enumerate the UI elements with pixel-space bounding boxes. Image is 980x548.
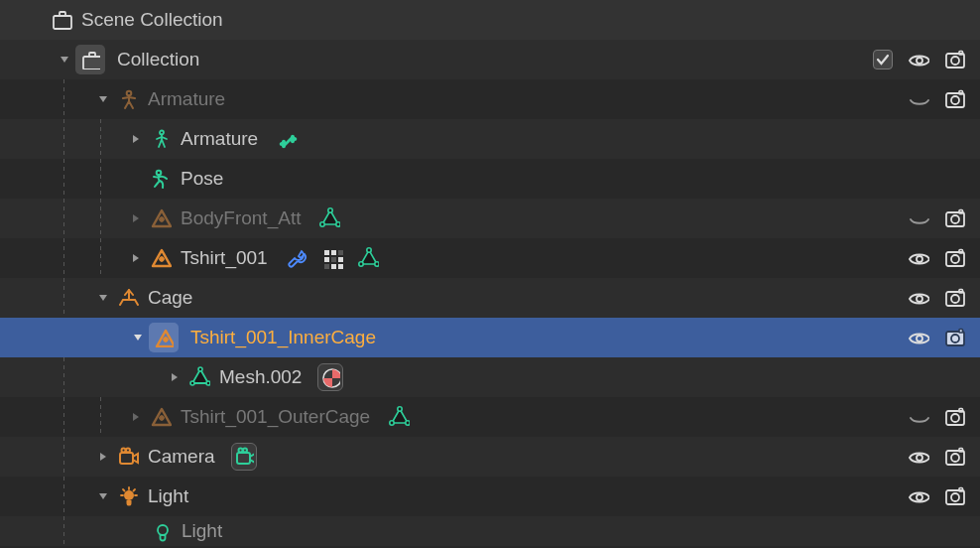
bone-icon xyxy=(274,128,300,150)
armature-data-label: Armature xyxy=(175,128,268,150)
mesh-icon xyxy=(147,207,175,229)
particle-system-icon[interactable] xyxy=(319,247,345,269)
expand-toggle[interactable] xyxy=(92,451,114,463)
empty-icon xyxy=(114,287,142,309)
mesh-data-row[interactable]: Mesh.002 xyxy=(0,357,980,397)
outer-cage-row[interactable]: Tshirt_001_OuterCage xyxy=(0,397,980,437)
svg-point-33 xyxy=(164,338,168,342)
cage-row[interactable]: Cage xyxy=(0,278,980,318)
hide-viewport-icon[interactable] xyxy=(907,327,930,348)
collection-icon xyxy=(48,9,75,31)
scene-collection-label: Scene Collection xyxy=(75,9,233,31)
expand-toggle[interactable] xyxy=(54,54,75,66)
expand-toggle[interactable] xyxy=(125,411,147,423)
disable-render-icon[interactable] xyxy=(942,247,966,269)
disable-render-icon[interactable] xyxy=(942,327,966,348)
expand-toggle[interactable] xyxy=(92,292,114,304)
mesh-data-icon xyxy=(185,366,213,388)
light-data-label: Light xyxy=(176,520,232,542)
vertex-groups-icon xyxy=(316,207,342,229)
tshirt-row[interactable]: Tshirt_001 xyxy=(0,238,980,278)
inner-cage-label: Tshirt_001_InnerCage xyxy=(184,327,386,348)
bodyfront-label: BodyFront_Att xyxy=(175,207,310,229)
expand-toggle[interactable] xyxy=(164,371,185,383)
scene-collection-row[interactable]: Scene Collection xyxy=(0,0,980,40)
expand-toggle[interactable] xyxy=(125,212,147,224)
camera-row[interactable]: Camera xyxy=(0,437,980,477)
camera-data-icon[interactable] xyxy=(231,443,257,471)
expand-toggle[interactable] xyxy=(92,93,114,105)
pose-icon xyxy=(147,168,175,190)
hide-viewport-icon[interactable] xyxy=(907,287,930,309)
exclude-checkbox[interactable] xyxy=(871,50,895,69)
tshirt-label: Tshirt_001 xyxy=(175,247,278,269)
light-icon xyxy=(114,485,142,507)
mesh-data-label: Mesh.002 xyxy=(213,366,311,388)
bodyfront-row[interactable]: BodyFront_Att xyxy=(0,199,980,238)
armature-data-icon xyxy=(147,128,175,150)
inner-cage-row[interactable]: Tshirt_001_InnerCage xyxy=(0,318,980,357)
cage-label: Cage xyxy=(142,287,202,309)
mesh-icon xyxy=(147,247,175,269)
outer-cage-label: Tshirt_001_OuterCage xyxy=(175,406,380,428)
camera-icon xyxy=(114,446,142,468)
hide-viewport-icon[interactable] xyxy=(907,88,930,110)
light-data-row[interactable]: Light xyxy=(0,516,980,546)
armature-label: Armature xyxy=(142,88,235,110)
armature-object-row[interactable]: Armature xyxy=(0,79,980,119)
disable-render-icon[interactable] xyxy=(942,49,966,70)
light-row[interactable]: Light xyxy=(0,477,980,516)
armature-data-row[interactable]: Armature xyxy=(0,119,980,159)
light-label: Light xyxy=(142,485,198,507)
hide-viewport-icon[interactable] xyxy=(907,49,930,70)
camera-label: Camera xyxy=(142,446,225,468)
modifiers-icon[interactable] xyxy=(284,247,309,269)
collection-label: Collection xyxy=(111,49,209,70)
svg-point-35 xyxy=(160,416,164,420)
material-icon[interactable] xyxy=(317,363,343,391)
svg-point-31 xyxy=(160,217,164,221)
vertex-groups-icon[interactable] xyxy=(355,247,381,269)
mesh-icon xyxy=(149,323,179,352)
hide-viewport-icon[interactable] xyxy=(907,207,930,229)
outliner-panel[interactable]: Scene Collection Collection Armature xyxy=(0,0,980,546)
collection-row[interactable]: Collection xyxy=(0,40,980,79)
disable-render-icon[interactable] xyxy=(942,287,966,309)
disable-render-icon[interactable] xyxy=(942,88,966,110)
disable-render-icon[interactable] xyxy=(942,485,966,507)
expand-toggle[interactable] xyxy=(125,133,147,145)
light-data-icon xyxy=(148,520,176,542)
expand-toggle[interactable] xyxy=(92,490,114,502)
expand-toggle[interactable] xyxy=(125,252,147,264)
collection-icon xyxy=(75,45,105,74)
pose-label: Pose xyxy=(175,168,233,190)
pose-row[interactable]: Pose xyxy=(0,159,980,199)
svg-point-32 xyxy=(160,257,164,261)
hide-viewport-icon[interactable] xyxy=(907,446,930,468)
hide-viewport-icon[interactable] xyxy=(907,485,930,507)
hide-viewport-icon[interactable] xyxy=(907,247,930,269)
mesh-icon xyxy=(147,406,175,428)
armature-icon xyxy=(114,88,142,110)
hide-viewport-icon[interactable] xyxy=(907,406,930,428)
disable-render-icon[interactable] xyxy=(942,446,966,468)
disable-render-icon[interactable] xyxy=(942,207,966,229)
disable-render-icon[interactable] xyxy=(942,406,966,428)
vertex-groups-icon xyxy=(386,406,412,428)
expand-toggle[interactable] xyxy=(127,332,149,343)
